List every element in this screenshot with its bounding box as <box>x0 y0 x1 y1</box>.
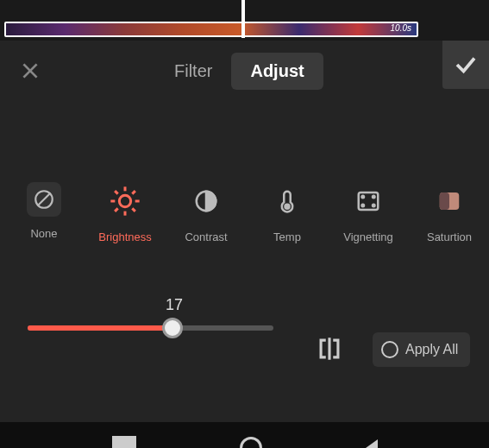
svg-point-17 <box>373 196 375 199</box>
option-vignetting[interactable]: Vignetting <box>342 182 395 243</box>
option-none[interactable]: None <box>17 182 71 240</box>
svg-point-14 <box>285 205 290 209</box>
apply-all-button[interactable]: Apply All <box>373 332 470 367</box>
adjust-panel: Filter Adjust None Brightness <box>0 41 489 448</box>
tab-filter[interactable]: Filter <box>155 53 231 90</box>
option-label: Temp <box>273 230 301 243</box>
confirm-button[interactable] <box>442 41 489 89</box>
option-saturation[interactable]: Saturtion <box>423 182 476 243</box>
close-button[interactable] <box>0 41 60 101</box>
slider-knob[interactable] <box>162 318 183 338</box>
brightness-icon <box>106 182 144 220</box>
nav-back-icon[interactable] <box>366 439 378 448</box>
top-bar: Filter Adjust <box>0 41 489 101</box>
apply-all-label: Apply All <box>405 342 458 357</box>
slider-track[interactable] <box>28 325 273 331</box>
svg-point-4 <box>119 195 130 206</box>
timeline-strip[interactable] <box>4 22 418 37</box>
saturation-icon <box>430 182 468 220</box>
slider-fill <box>28 325 170 331</box>
temperature-icon <box>268 182 306 220</box>
svg-line-10 <box>132 208 135 211</box>
nav-home-icon[interactable] <box>240 437 262 448</box>
compare-icon <box>315 334 344 363</box>
option-label: Brightness <box>98 230 151 243</box>
option-label: Saturtion <box>427 230 472 243</box>
svg-line-11 <box>115 208 118 211</box>
svg-rect-15 <box>359 192 379 210</box>
brightness-slider[interactable]: 17 <box>28 325 278 331</box>
compare-button[interactable] <box>310 330 348 368</box>
circle-icon <box>381 341 398 358</box>
svg-line-3 <box>37 192 50 205</box>
none-icon <box>27 182 61 217</box>
svg-point-19 <box>373 205 375 207</box>
option-temp[interactable]: Temp <box>260 182 314 243</box>
system-nav-bar <box>0 422 489 448</box>
adjust-options: None Brightness Contrast Temp <box>0 182 489 268</box>
svg-line-12 <box>132 191 135 194</box>
vignetting-icon <box>349 182 387 220</box>
option-brightness[interactable]: Brightness <box>98 182 152 243</box>
close-icon <box>19 60 41 82</box>
svg-rect-21 <box>440 192 449 210</box>
option-contrast[interactable]: Contrast <box>179 182 233 243</box>
svg-point-16 <box>362 196 365 199</box>
clip-duration: 10.0s <box>391 23 411 33</box>
tab-adjust[interactable]: Adjust <box>231 53 323 90</box>
svg-line-9 <box>115 191 118 194</box>
option-label: Vignetting <box>343 230 393 243</box>
check-icon <box>453 52 479 78</box>
editor-stage: 10.0s Filter Adjust None <box>0 0 489 448</box>
nav-recent-icon[interactable] <box>112 436 136 448</box>
tab-bar: Filter Adjust <box>155 53 323 90</box>
playhead[interactable] <box>241 0 245 38</box>
svg-point-18 <box>362 205 365 207</box>
option-label: None <box>30 227 57 240</box>
contrast-icon <box>187 182 225 220</box>
option-label: Contrast <box>185 230 227 243</box>
slider-value: 17 <box>161 296 187 314</box>
